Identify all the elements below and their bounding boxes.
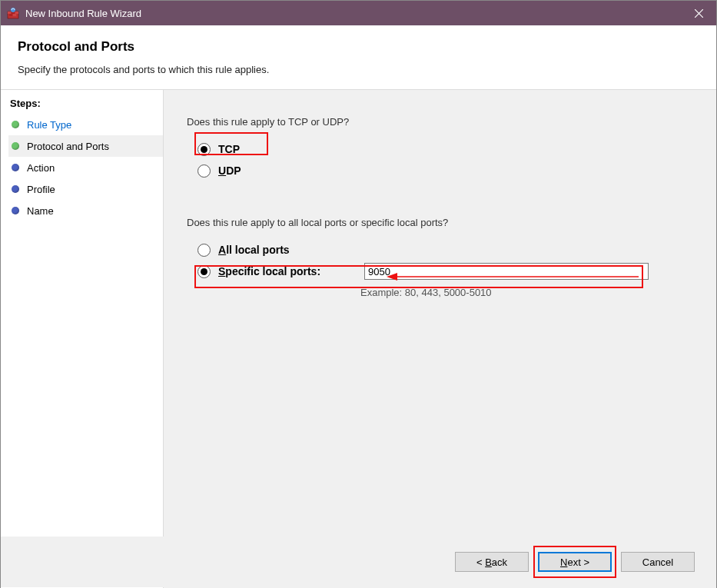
step-profile: Profile: [8, 178, 163, 200]
svg-rect-3: [15, 12, 18, 14]
all-ports-label: All local ports: [218, 244, 364, 256]
page-description: Specify the protocols and ports to which…: [18, 64, 699, 75]
step-name: Name: [8, 200, 163, 221]
protocol-question: Does this rule apply to TCP or UDP?: [187, 116, 693, 128]
step-protocol-and-ports: Protocol and Ports: [8, 135, 163, 157]
udp-label: UDP: [218, 164, 241, 177]
cancel-button[interactable]: Cancel: [621, 552, 695, 572]
wizard-body: Steps: Rule TypeProtocol and PortsAction…: [1, 90, 716, 588]
svg-rect-4: [9, 14, 12, 16]
tcp-label: TCP: [218, 143, 240, 155]
svg-rect-5: [13, 14, 16, 16]
step-label: Protocol and Ports: [27, 141, 109, 152]
specific-ports-label: Specific local ports:: [218, 265, 364, 277]
specific-ports-input[interactable]: [364, 263, 649, 280]
step-label: Rule Type: [27, 119, 71, 131]
window-title: New Inbound Rule Wizard: [25, 8, 681, 19]
protocol-udp-row[interactable]: UDP: [198, 160, 693, 181]
protocol-tcp-row[interactable]: TCP: [198, 138, 693, 160]
svg-rect-1: [8, 12, 11, 14]
step-label: Profile: [27, 184, 55, 195]
close-button[interactable]: [681, 1, 716, 25]
firewall-icon: [7, 7, 19, 19]
steps-sidebar: Steps: Rule TypeProtocol and PortsAction…: [1, 90, 164, 588]
page-title: Protocol and Ports: [18, 39, 699, 55]
back-button[interactable]: < Back: [455, 552, 529, 572]
wizard-window: New Inbound Rule Wizard Protocol and Por…: [0, 0, 717, 588]
step-label: Action: [27, 162, 55, 174]
step-bullet-icon: [12, 185, 19, 193]
tcp-radio[interactable]: [198, 143, 211, 156]
all-ports-radio[interactable]: [198, 244, 211, 257]
step-bullet-icon: [12, 121, 19, 128]
content-pane: Does this rule apply to TCP or UDP? TCP …: [164, 90, 716, 588]
close-icon: [695, 9, 703, 18]
udp-radio[interactable]: [198, 164, 211, 178]
specific-ports-radio[interactable]: [198, 265, 211, 278]
ports-example: Example: 80, 443, 5000-5010: [360, 287, 693, 298]
step-rule-type[interactable]: Rule Type: [8, 114, 163, 135]
titlebar[interactable]: New Inbound Rule Wizard: [1, 1, 716, 25]
wizard-footer: < Back Next > Cancel: [1, 537, 716, 587]
step-bullet-icon: [12, 164, 19, 171]
next-button[interactable]: Next >: [538, 552, 612, 572]
ports-specific-row[interactable]: Specific local ports:: [198, 261, 693, 282]
ports-question: Does this rule apply to all local ports …: [187, 217, 693, 228]
ports-all-row[interactable]: All local ports: [198, 239, 693, 261]
steps-heading: Steps:: [8, 98, 163, 114]
page-header: Protocol and Ports Specify the protocols…: [1, 25, 716, 90]
step-label: Name: [27, 205, 54, 217]
step-bullet-icon: [12, 142, 19, 150]
step-action: Action: [8, 157, 163, 178]
step-bullet-icon: [12, 207, 19, 214]
